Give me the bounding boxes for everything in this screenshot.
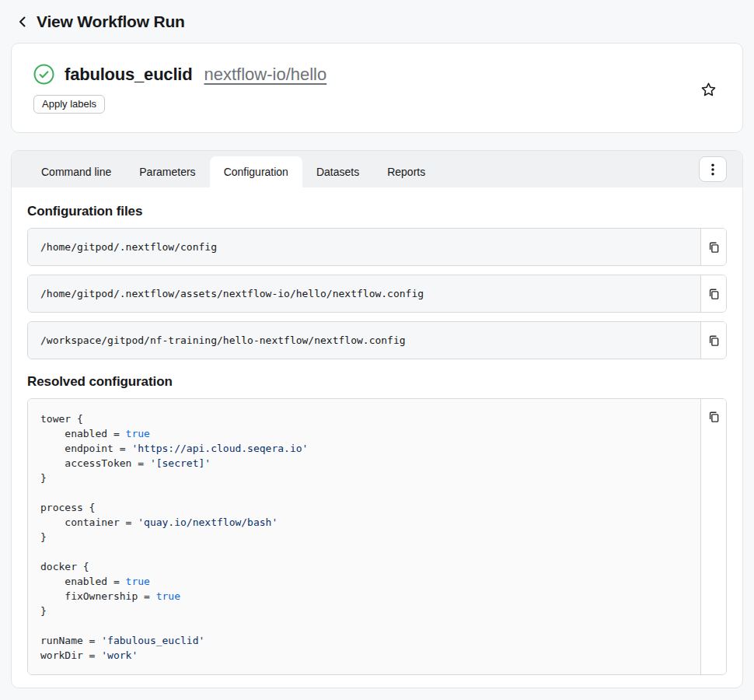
code-line: enabled = true <box>40 574 688 589</box>
file-copy-column <box>700 229 726 265</box>
code-line <box>40 618 688 633</box>
copy-resolved-config-button[interactable] <box>706 408 722 425</box>
copy-icon <box>708 241 720 254</box>
copy-file-path-button[interactable] <box>706 239 722 256</box>
code-line: enabled = true <box>40 426 688 441</box>
tab-command-line[interactable]: Command line <box>27 156 125 187</box>
config-file-row: /home/gitpod/.nextflow/assets/nextflow-i… <box>27 275 727 313</box>
success-check-circle-icon <box>33 64 54 85</box>
tab-datasets[interactable]: Datasets <box>302 156 373 187</box>
resolved-configuration-heading: Resolved configuration <box>27 374 727 390</box>
code-line: } <box>40 604 688 618</box>
code-line: process { <box>40 500 688 515</box>
config-file-path: /home/gitpod/.nextflow/config <box>28 229 700 265</box>
code-line <box>40 544 688 559</box>
configuration-files-heading: Configuration files <box>27 204 727 219</box>
copy-file-path-button[interactable] <box>706 332 722 349</box>
code-line: tower { <box>40 411 688 426</box>
run-name: fabulous_euclid <box>65 65 192 85</box>
more-options-button[interactable] <box>699 156 727 182</box>
pipeline-link[interactable]: nextflow-io/hello <box>204 65 326 85</box>
favorite-star-button[interactable] <box>698 79 719 100</box>
code-line: container = 'quay.io/nextflow/bash' <box>40 515 688 530</box>
resolved-config-block: tower { enabled = true endpoint = 'https… <box>27 398 727 675</box>
code-line: endpoint = 'https://api.cloud.seqera.io' <box>40 441 688 456</box>
tab-bar: Command lineParametersConfigurationDatas… <box>12 151 742 187</box>
code-line: } <box>40 530 688 544</box>
tab-configuration[interactable]: Configuration <box>210 156 302 187</box>
apply-labels-button[interactable]: Apply labels <box>33 95 105 114</box>
code-line: runName = 'fabulous_euclid' <box>40 633 688 648</box>
code-copy-column <box>700 399 726 674</box>
configuration-tab-content: Configuration files /home/gitpod/.nextfl… <box>12 187 742 688</box>
run-details-card: Command lineParametersConfigurationDatas… <box>11 150 743 688</box>
tab-reports[interactable]: Reports <box>373 156 439 187</box>
code-line: } <box>40 471 688 485</box>
copy-file-path-button[interactable] <box>706 285 722 303</box>
config-file-path: /workspace/gitpod/nf-training/hello-next… <box>28 322 700 359</box>
copy-icon <box>708 334 720 347</box>
configuration-file-list: /home/gitpod/.nextflow/config/home/gitpo… <box>27 228 727 359</box>
kebab-vertical-icon <box>711 163 714 176</box>
file-copy-column <box>700 275 726 312</box>
chevron-left-icon <box>17 16 28 28</box>
back-button[interactable] <box>17 14 28 30</box>
code-line: accessToken = '[secret]' <box>40 456 688 471</box>
config-file-row: /home/gitpod/.nextflow/config <box>27 228 727 266</box>
run-summary-card: fabulous_euclid nextflow-io/hello Apply … <box>11 43 743 133</box>
run-title-row: fabulous_euclid nextflow-io/hello <box>33 64 719 85</box>
resolved-config-code: tower { enabled = true endpoint = 'https… <box>28 399 700 674</box>
page: View Workflow Run fabulous_euclid nextfl… <box>0 0 754 688</box>
config-file-path: /home/gitpod/.nextflow/assets/nextflow-i… <box>28 275 700 312</box>
page-title: View Workflow Run <box>37 12 185 31</box>
code-line: fixOwnership = true <box>40 589 688 604</box>
config-file-row: /workspace/gitpod/nf-training/hello-next… <box>27 321 727 359</box>
copy-icon <box>708 411 720 423</box>
tab-parameters[interactable]: Parameters <box>125 156 209 187</box>
code-line <box>40 485 688 500</box>
tabs: Command lineParametersConfigurationDatas… <box>27 156 439 187</box>
page-header: View Workflow Run <box>11 0 743 43</box>
code-line: workDir = 'work' <box>40 648 688 663</box>
star-outline-icon <box>700 81 717 99</box>
copy-icon <box>708 288 720 300</box>
code-line: docker { <box>40 559 688 574</box>
file-copy-column <box>700 322 726 359</box>
